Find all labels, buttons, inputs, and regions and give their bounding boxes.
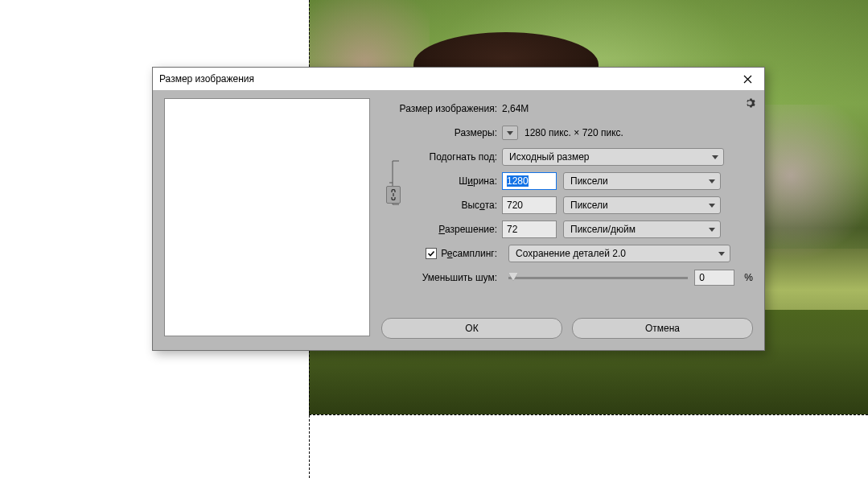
image-size-value: 2,64M xyxy=(502,103,529,114)
gear-icon xyxy=(744,97,755,109)
dimensions-value: 1280 пикс. × 720 пикс. xyxy=(525,127,623,138)
fit-to-label: Подогнать под: xyxy=(381,151,502,163)
resolution-label: Разрешение: xyxy=(381,224,502,235)
settings-gear-button[interactable] xyxy=(744,97,755,111)
chevron-down-icon xyxy=(507,131,513,135)
resample-label-wrap: Ресамплинг: xyxy=(381,248,502,259)
width-label: Ширина: xyxy=(405,175,502,187)
width-unit-value: Пиксели xyxy=(570,175,608,187)
link-icon xyxy=(390,189,397,200)
chevron-down-icon xyxy=(718,252,725,256)
height-input[interactable] xyxy=(502,196,557,214)
resample-method-select[interactable]: Сохранение деталей 2.0 xyxy=(508,245,730,262)
dimensions-dropdown-button[interactable] xyxy=(502,126,518,140)
resample-checkbox[interactable] xyxy=(426,248,437,259)
dialog-title: Размер изображения xyxy=(159,73,254,84)
width-input[interactable] xyxy=(502,172,557,190)
reduce-noise-slider[interactable] xyxy=(508,277,688,279)
percent-label: % xyxy=(744,272,753,283)
slider-thumb[interactable] xyxy=(508,273,518,281)
resample-label: Ресамплинг: xyxy=(441,248,497,259)
image-size-label: Размер изображения: xyxy=(381,103,502,114)
selection-marquee-horizontal xyxy=(309,414,868,415)
dimensions-label: Размеры: xyxy=(381,127,502,138)
cancel-button[interactable]: Отмена xyxy=(572,318,753,339)
chevron-down-icon xyxy=(709,228,715,232)
height-unit-value: Пиксели xyxy=(570,200,608,211)
check-icon xyxy=(427,249,435,258)
reduce-noise-label: Уменьшить шум: xyxy=(381,272,502,283)
resolution-unit-select[interactable]: Пиксели/дюйм xyxy=(563,220,721,238)
ok-button[interactable]: ОК xyxy=(381,318,562,339)
close-icon xyxy=(743,75,752,84)
preview-area xyxy=(164,98,370,336)
height-unit-select[interactable]: Пиксели xyxy=(563,196,721,214)
titlebar[interactable]: Размер изображения xyxy=(153,68,764,90)
resample-method-value: Сохранение деталей 2.0 xyxy=(516,248,626,259)
chevron-down-icon xyxy=(709,179,715,183)
close-button[interactable] xyxy=(730,68,764,90)
height-label: Высота: xyxy=(405,200,502,211)
fit-to-value: Исходный размер xyxy=(509,151,590,163)
resolution-unit-value: Пиксели/дюйм xyxy=(570,224,636,235)
resolution-input[interactable] xyxy=(502,220,557,238)
image-size-dialog: Размер изображения Размер изображения: 2… xyxy=(152,67,765,351)
width-unit-select[interactable]: Пиксели xyxy=(563,172,721,190)
chevron-down-icon xyxy=(709,204,715,208)
chevron-down-icon xyxy=(712,155,718,159)
constrain-proportions-toggle[interactable] xyxy=(386,186,401,204)
fit-to-select[interactable]: Исходный размер xyxy=(502,148,724,166)
reduce-noise-input[interactable] xyxy=(694,270,734,286)
